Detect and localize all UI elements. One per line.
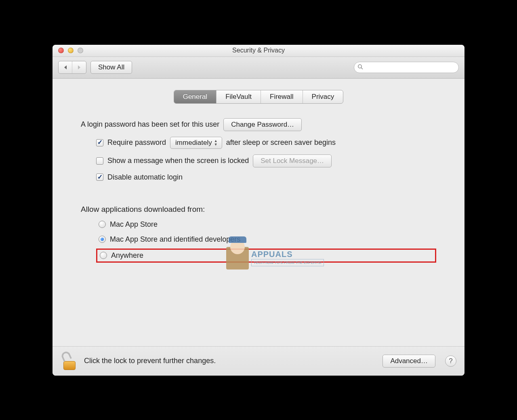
titlebar: Security & Privacy: [53, 45, 464, 57]
general-pane: A login password has been set for this u…: [65, 118, 452, 263]
require-password-delay-select[interactable]: immediately ▲▼: [170, 137, 222, 149]
toolbar: Show All: [53, 57, 464, 79]
footer: Click the lock to prevent further change…: [53, 346, 464, 376]
minimize-icon[interactable]: [68, 48, 74, 53]
login-password-text: A login password has been set for this u…: [81, 120, 219, 129]
help-button[interactable]: ?: [445, 355, 456, 367]
disable-auto-login-label: Disable automatic login: [107, 173, 183, 182]
allow-apps-radio-group: Mac App Store Mac App Store and identifi…: [96, 219, 436, 263]
lock-text: Click the lock to prevent further change…: [84, 357, 216, 365]
show-message-label: Show a message when the screen is locked: [107, 157, 249, 165]
tab-filevault[interactable]: FileVault: [216, 90, 261, 103]
tab-bar: General FileVault Firewall Privacy: [174, 90, 344, 104]
svg-point-0: [358, 65, 361, 68]
tab-general[interactable]: General: [174, 90, 216, 103]
tab-privacy[interactable]: Privacy: [303, 90, 343, 103]
require-password-suffix: after sleep or screen saver begins: [226, 138, 336, 147]
zoom-icon: [78, 48, 83, 53]
triangle-right-icon: [77, 65, 82, 70]
forward-button[interactable]: [72, 61, 86, 73]
radio-anywhere[interactable]: [100, 252, 107, 259]
preferences-window: Security & Privacy Show All General File…: [53, 45, 464, 376]
search-input[interactable]: [354, 62, 459, 73]
stepper-icon: ▲▼: [214, 138, 221, 148]
search-icon: [357, 63, 363, 72]
radio-mac-app-store-dev[interactable]: [99, 236, 106, 243]
radio-anywhere-label: Anywhere: [111, 251, 143, 260]
lock-icon[interactable]: [61, 352, 78, 370]
content-pane: General FileVault Firewall Privacy A log…: [53, 79, 464, 346]
radio-mac-app-store-dev-label: Mac App Store and identified developers: [110, 235, 240, 244]
close-icon[interactable]: [58, 48, 64, 53]
allow-apps-label: Allow applications downloaded from:: [81, 205, 436, 214]
show-all-button[interactable]: Show All: [90, 61, 132, 74]
select-value: immediately: [175, 139, 212, 147]
nav-back-forward: [58, 61, 86, 74]
radio-mac-app-store-label: Mac App Store: [110, 220, 158, 229]
window-title: Security & Privacy: [53, 47, 464, 54]
advanced-button[interactable]: Advanced…: [382, 355, 435, 368]
disable-auto-login-checkbox[interactable]: [96, 173, 103, 181]
svg-line-1: [361, 68, 363, 69]
change-password-button[interactable]: Change Password…: [223, 118, 302, 131]
require-password-checkbox[interactable]: [96, 139, 103, 146]
back-button[interactable]: [59, 61, 72, 73]
require-password-label: Require password: [107, 138, 166, 147]
radio-mac-app-store[interactable]: [99, 221, 106, 228]
show-message-checkbox[interactable]: [96, 157, 103, 165]
tab-firewall[interactable]: Firewall: [261, 90, 303, 103]
triangle-left-icon: [63, 65, 68, 70]
set-lock-message-button[interactable]: Set Lock Message…: [253, 155, 332, 167]
